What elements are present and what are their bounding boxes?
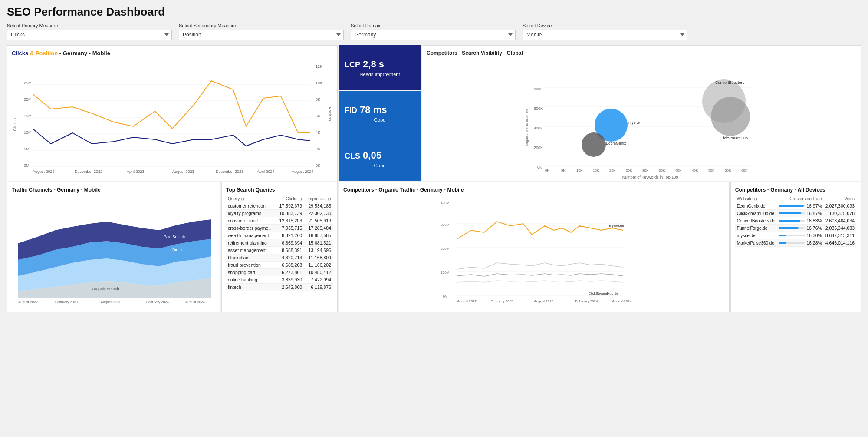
- impressions-cell: 17,289,484: [304, 225, 333, 232]
- queries-panel: Top Search Queries Query ⊟ Clicks ⊟ Impr…: [221, 182, 338, 312]
- competitor-rate: 16.28%: [777, 239, 824, 247]
- clicks-cell: 4,620,713: [276, 254, 304, 262]
- query-cell: retirement planning: [226, 239, 276, 247]
- svg-text:25M: 25M: [24, 81, 32, 85]
- svg-text:300M: 300M: [441, 223, 449, 227]
- primary-measure-group: Select Primary Measure Clicks: [7, 23, 172, 40]
- competitor-rate: 16.83%: [777, 217, 824, 225]
- svg-text:August 2024: August 2024: [292, 169, 314, 174]
- svg-text:20M: 20M: [24, 97, 32, 102]
- query-cell: fraud prevention: [226, 262, 276, 269]
- chart-title-suffix: - Germany - Mobile: [59, 50, 110, 56]
- fid-value: FID 78 ms: [345, 104, 415, 116]
- query-cell: customer retention: [226, 202, 276, 210]
- svg-text:ClickStreamHub: ClickStreamHub: [720, 136, 748, 140]
- clicks-cell: 8,321,260: [276, 232, 304, 239]
- domain-label: Select Domain: [351, 23, 516, 28]
- clicks-cell: 6,688,208: [276, 262, 304, 269]
- secondary-measure-label: Select Secondary Measure: [179, 23, 344, 28]
- impressions-cell: 7,422,094: [304, 276, 333, 284]
- svg-text:5K: 5K: [561, 169, 566, 172]
- svg-text:0K: 0K: [537, 165, 542, 169]
- svg-text:Paid Search: Paid Search: [164, 235, 185, 239]
- primary-measure-select[interactable]: Clicks: [7, 30, 172, 40]
- query-row: consumer trust 12,615,203 21,505,919: [226, 217, 333, 225]
- svg-text:8K: 8K: [316, 97, 320, 102]
- svg-text:August 2023: August 2023: [101, 300, 120, 304]
- competitor-rate: 16.30%: [777, 232, 824, 239]
- bubble-chart-svg: 0K 200K 400K 600K 800K Organic Traffic E…: [427, 58, 856, 175]
- competitor-row: ClickStreamHub.de 16.87% 130,375,078: [735, 210, 856, 217]
- fid-status: Good: [345, 117, 415, 122]
- svg-text:400K: 400K: [534, 126, 543, 130]
- query-cell: fintech: [226, 284, 276, 291]
- query-row: fintech 2,642,860 6,119,876: [226, 284, 333, 291]
- impressions-col-header: Impress... ⊟: [304, 195, 333, 202]
- svg-text:ConvertBoosters: ConvertBoosters: [715, 80, 745, 85]
- svg-text:40K: 40K: [675, 169, 682, 172]
- cls-status: Good: [345, 163, 415, 168]
- controls-row: Select Primary Measure Clicks Select Sec…: [7, 23, 861, 40]
- clickstreamhub-bubble: [711, 97, 750, 136]
- kpi-cards: LCP 2,8 s Needs Improvment FID 78 ms Goo…: [339, 45, 421, 181]
- competitor-visits: 2,603,464,034: [824, 217, 856, 225]
- device-select[interactable]: Mobile: [523, 30, 687, 40]
- website-col-header: Website ⊟: [735, 195, 777, 202]
- clicks-cell: 12,615,203: [276, 217, 304, 225]
- svg-text:February 2023: February 2023: [490, 299, 513, 303]
- conversion-col-header: Conversion Rate: [777, 195, 824, 202]
- competitor-visits: 130,375,078: [824, 210, 856, 217]
- competitor-website: MarketPulse360.de: [735, 239, 777, 247]
- impressions-cell: 13,194,596: [304, 247, 333, 254]
- lcp-value: LCP 2,8 s: [345, 59, 415, 70]
- svg-text:0K: 0K: [545, 169, 549, 172]
- chart-title-clicks: Clicks: [12, 50, 28, 56]
- svg-text:February 2023: February 2023: [55, 300, 78, 304]
- svg-text:December 2023: December 2023: [216, 169, 243, 174]
- impressions-cell: 6,119,876: [304, 284, 333, 291]
- bubble-chart-panel: Competitors - Search Visibility - Global…: [422, 45, 861, 181]
- clicks-cell: 8,688,391: [276, 247, 304, 254]
- svg-text:200M: 200M: [441, 247, 449, 251]
- impressions-cell: 11,168,809: [304, 254, 333, 262]
- svg-text:August 2024: August 2024: [612, 299, 631, 303]
- svg-text:0K: 0K: [316, 163, 320, 168]
- query-cell: asset management: [226, 247, 276, 254]
- svg-text:ClickStreamHub.de: ClickStreamHub.de: [588, 291, 618, 295]
- secondary-measure-group: Select Secondary Measure Position: [179, 23, 344, 40]
- traffic-channels-panel: Traffic Channels - Germany - Mobile Paid…: [7, 182, 220, 312]
- query-row: asset management 8,688,391 13,194,596: [226, 247, 333, 254]
- svg-text:100M: 100M: [441, 271, 449, 275]
- competitor-row: EcomGenix.de 16.97% 2,027,300,093: [735, 202, 856, 210]
- svg-text:mysite.de: mysite.de: [609, 224, 624, 228]
- visits-col-header: Visits: [824, 195, 856, 202]
- clicks-cell: 6,273,861: [276, 269, 304, 276]
- competitors-table: Website ⊟ Conversion Rate Visits EcomGen…: [735, 195, 856, 247]
- svg-text:December 2022: December 2022: [75, 169, 102, 174]
- lcp-card: LCP 2,8 s Needs Improvment: [339, 45, 421, 90]
- svg-text:0M: 0M: [443, 295, 447, 298]
- competitor-website: ConvertBoosters.de: [735, 217, 777, 225]
- svg-text:12K: 12K: [316, 64, 322, 69]
- device-group: Select Device Mobile: [523, 23, 687, 40]
- svg-text:August 2022: August 2022: [33, 169, 55, 174]
- clicks-cell: 10,383,739: [276, 210, 304, 217]
- impressions-cell: 10,480,412: [304, 269, 333, 276]
- svg-text:600K: 600K: [534, 106, 543, 111]
- domain-select[interactable]: Germany: [351, 30, 516, 40]
- bottom-section: Traffic Channels - Germany - Mobile Paid…: [7, 182, 861, 312]
- competitor-rate: 16.87%: [777, 210, 824, 217]
- organic-traffic-panel: Competitors - Organic Traffic - Germany …: [339, 182, 730, 312]
- line-chart-svg: 0M 5M 10M 15M 20M 25M Clicks ↑ 0K 2K 4K …: [12, 59, 333, 172]
- device-label: Select Device: [523, 23, 687, 28]
- svg-text:25K: 25K: [626, 169, 632, 172]
- cls-card: CLS 0,05 Good: [339, 136, 421, 181]
- secondary-measure-select[interactable]: Position: [179, 30, 344, 40]
- ecomgenix-bubble: [582, 132, 606, 157]
- svg-text:5M: 5M: [24, 147, 30, 151]
- svg-text:Direct: Direct: [172, 248, 183, 252]
- fid-card: FID 78 ms Good: [339, 91, 421, 136]
- page-title: SEO Performance Dashboard: [7, 5, 861, 19]
- svg-text:60K: 60K: [741, 169, 748, 172]
- chart-title-amp: &: [30, 50, 36, 56]
